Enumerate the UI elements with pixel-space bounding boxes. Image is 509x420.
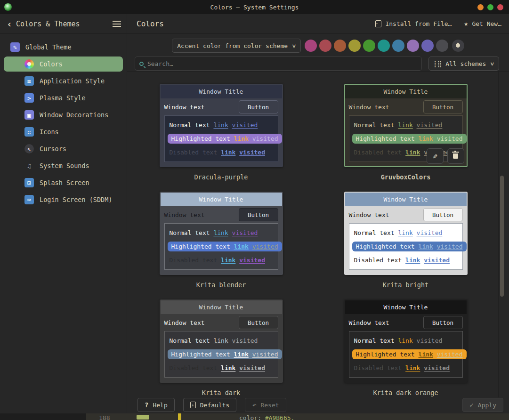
color-scheme-card[interactable]: Window Title Window text Button Normal t… (160, 299, 283, 396)
sidebar-item-label: Plasma Style (40, 94, 86, 102)
preview-link: link (419, 351, 433, 358)
preview-button: Button (423, 100, 463, 113)
sidebar-item-application-style[interactable]: ≡Application Style (4, 73, 123, 89)
color-scheme-card[interactable]: Window Title Window text Button Normal t… (160, 84, 283, 181)
close-button[interactable] (497, 4, 503, 10)
preview-link: link (405, 149, 420, 156)
login-screen-icon: ⌨ (24, 195, 34, 204)
droplet-icon (455, 42, 461, 48)
global-theme-icon: ✎ (10, 42, 20, 52)
edit-scheme-button[interactable]: ✎ (427, 148, 444, 164)
get-new-button[interactable]: ★ Get New… (464, 20, 501, 27)
preview-view: Normal text link visited Highlighted tex… (349, 331, 463, 378)
schemes-filter-dropdown[interactable]: ⡇⣿ All schemes ∨ (428, 57, 499, 71)
sidebar-item-icons[interactable]: ∷Icons (4, 124, 123, 139)
view-filter-icon: ⡇⣿ (434, 60, 441, 67)
preview-normal-line: Normal text link visited (349, 226, 462, 240)
help-button[interactable]: ? Help (137, 398, 175, 412)
preview-button: Button (423, 208, 463, 221)
accent-color-swatch[interactable] (348, 40, 361, 52)
trash-icon (453, 153, 458, 159)
sidebar-item-label: Colors (40, 60, 63, 68)
scheme-preview: Window Title Window text Button Normal t… (160, 299, 283, 383)
sidebar-item-label: Application Style (40, 77, 105, 85)
preview-visited-link: visited (437, 351, 463, 358)
preview-link: link (221, 257, 235, 264)
preview-link: link (419, 135, 433, 142)
main-content: Accent color from color scheme ∨ ⡇⣿ (127, 34, 509, 413)
scrollbar-thumb[interactable] (500, 176, 504, 297)
accent-color-swatch[interactable] (436, 40, 448, 52)
delete-scheme-button[interactable] (447, 148, 464, 164)
editor-line-number: 188 (99, 414, 110, 420)
plasma-style-icon: > (24, 93, 34, 103)
page-header: Colors Install from File… ★ Get New… (127, 14, 509, 33)
sidebar-item-system-sounds[interactable]: ♫System Sounds (4, 158, 123, 173)
preview-visited-link: visited (437, 243, 463, 250)
sidebar-header: ‹ Colors & Themes (0, 14, 127, 33)
accent-swatches (305, 40, 448, 52)
accent-color-swatch[interactable] (305, 40, 317, 52)
preview-window-row: Window text Button (161, 314, 282, 330)
search-icon (139, 62, 144, 66)
preview-normal-line: Normal text link visited (349, 334, 462, 347)
preview-link: link (213, 121, 228, 129)
preview-view: Normal text link visited Highlighted tex… (164, 223, 278, 270)
back-icon[interactable]: ‹ (7, 19, 12, 29)
search-field (135, 57, 422, 71)
reset-button[interactable]: ↶ Reset (245, 398, 286, 412)
chevron-down-icon: ∨ (490, 61, 494, 67)
scrollbar-track (498, 72, 499, 397)
sidebar-item-global-theme[interactable]: ✎Global Theme (4, 40, 123, 55)
window-decorations-icon: ▣ (24, 110, 34, 120)
scheme-scroll-area: Window Title Window text Button Normal t… (127, 72, 509, 397)
color-scheme-card[interactable]: Window Title Window text Button Normal t… (160, 192, 283, 289)
preview-visited-link: visited (424, 364, 450, 372)
accent-color-swatch[interactable] (319, 40, 331, 52)
preview-visited-link: visited (232, 121, 258, 129)
sidebar-item-plasma-style[interactable]: >Plasma Style (4, 90, 123, 105)
color-scheme-card[interactable]: Window Title Window text Button Normal t… (344, 192, 468, 289)
accent-color-swatch[interactable] (392, 40, 404, 52)
preview-disabled-line: Disabled text link visited (349, 361, 462, 375)
custom-accent-color-button[interactable] (452, 40, 464, 52)
preview-link: link (234, 135, 249, 142)
color-scheme-card[interactable]: Window Title Window text Button Normal t… (344, 84, 468, 181)
defaults-button[interactable]: Defaults (183, 398, 237, 412)
menu-icon[interactable] (113, 21, 121, 27)
apply-button[interactable]: ✓ Apply (462, 398, 503, 412)
maximize-button[interactable] (487, 4, 493, 10)
search-input[interactable] (147, 60, 417, 67)
accent-color-swatch[interactable] (334, 40, 346, 52)
accent-color-swatch[interactable] (363, 40, 375, 52)
header-row: ‹ Colors & Themes Colors Install from Fi… (0, 14, 509, 34)
preview-button: Button (239, 208, 278, 221)
scheme-name: Dracula-purple (160, 173, 283, 181)
scheme-actions-overlay: ✎ (427, 148, 464, 164)
minimize-button[interactable] (477, 4, 484, 10)
install-from-file-button[interactable]: Install from File… (375, 20, 452, 27)
accent-color-dropdown[interactable]: Accent color from color scheme ∨ (172, 39, 300, 53)
system-settings-window: Colors — System Settings ‹ Colors & Them… (0, 0, 509, 413)
preview-window-title: Window Title (345, 300, 467, 314)
window-titlebar: Colors — System Settings (0, 0, 509, 14)
accent-color-swatch[interactable] (407, 40, 419, 52)
preview-window-row: Window text Button (161, 98, 282, 114)
preview-visited-link: visited (232, 229, 258, 236)
sidebar-item-colors[interactable]: Colors (4, 57, 123, 72)
preview-view: Normal text link visited Highlighted tex… (164, 331, 278, 378)
preview-window-text: Window text (349, 211, 389, 218)
sidebar-item-splash-screen[interactable]: ⊡Splash Screen (4, 175, 123, 190)
editor-code-line: color: #A9B665, (239, 414, 294, 420)
preview-highlighted-line: Highlighted text link visited (165, 240, 278, 253)
sidebar-item-cursors[interactable]: ↖Cursors (4, 141, 123, 156)
sidebar-item-window-decorations[interactable]: ▣Window Decorations (4, 107, 123, 122)
sidebar-item-login-screen[interactable]: ⌨Login Screen (SDDM) (4, 192, 123, 207)
preview-visited-link: visited (252, 135, 278, 142)
color-scheme-card[interactable]: Window Title Window text Button Normal t… (344, 299, 468, 396)
background-editor-strip: 188 color: #A9B665, (0, 413, 509, 420)
preview-disabled-line: Disabled text link visited (165, 253, 278, 267)
accent-color-swatch[interactable] (378, 40, 390, 52)
accent-color-swatch[interactable] (421, 40, 434, 52)
scheme-preview: Window Title Window text Button Normal t… (344, 192, 468, 275)
